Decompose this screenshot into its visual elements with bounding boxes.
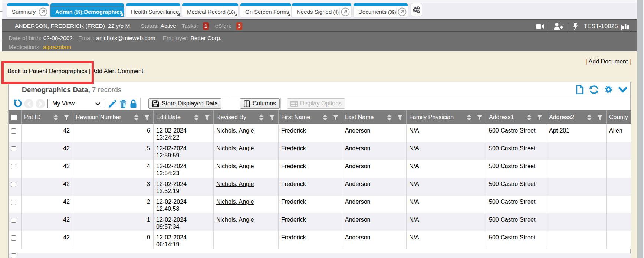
revised-by-link[interactable]: Nichols, Angie <box>216 216 254 223</box>
pencil-icon[interactable] <box>108 99 117 108</box>
lock-icon[interactable] <box>130 99 137 108</box>
row-checkbox[interactable] <box>11 146 16 151</box>
record-count: 7 records <box>92 86 121 94</box>
filter-funnel-icon[interactable] <box>537 115 546 120</box>
left-frame-edge <box>0 0 2 51</box>
filter-funnel-icon[interactable] <box>333 115 342 120</box>
tab-admin[interactable]: Admin (19):Demographics <box>50 3 124 17</box>
add-alert-comment-link[interactable]: Add Alert Comment <box>92 68 143 74</box>
filter-funnel-icon[interactable] <box>204 115 213 120</box>
esign-count-badge[interactable]: 3 <box>236 22 242 30</box>
revised-by-link[interactable]: Nichols, Angie <box>216 199 254 205</box>
tab-documents[interactable]: Documents (39) <box>354 3 408 17</box>
tab-health-surveillance[interactable]: Health Surveillance <box>126 3 180 17</box>
row-checkbox[interactable] <box>11 235 16 241</box>
column-header-address2[interactable]: Address2 <box>546 110 606 124</box>
filter-funnel-icon[interactable] <box>597 115 606 120</box>
filter-funnel-icon[interactable] <box>477 115 486 120</box>
revised-by-link[interactable]: Nichols, Angie <box>216 163 254 169</box>
sort-icon[interactable] <box>53 114 63 121</box>
refresh-icon[interactable] <box>589 85 599 94</box>
bar-chart-icon[interactable] <box>621 23 631 30</box>
cell-county <box>606 160 631 178</box>
column-header-county[interactable]: County <box>606 110 631 124</box>
tab-medical-record[interactable]: Medical Record (16) <box>182 3 238 17</box>
sort-icon[interactable] <box>322 114 333 121</box>
sort-icon[interactable] <box>194 114 204 121</box>
new-document-icon[interactable] <box>576 85 584 94</box>
tab-summary[interactable]: Summary <box>7 3 49 17</box>
chevron-right-icon[interactable] <box>36 99 45 108</box>
sort-icon[interactable] <box>526 114 537 121</box>
cell-checkbox <box>9 142 21 160</box>
toolbar-divider <box>140 98 141 110</box>
tasks-count-badge[interactable]: 1 <box>203 22 209 30</box>
trash-icon[interactable] <box>119 99 127 108</box>
medications-value[interactable]: alprazolam <box>43 44 71 50</box>
column-header-family_physician[interactable]: Family Physician <box>406 110 486 124</box>
sort-icon[interactable] <box>134 114 144 121</box>
sort-icon[interactable] <box>466 114 477 121</box>
tab-on-screen-forms[interactable]: On Screen Forms <box>240 3 291 17</box>
popout-icon[interactable] <box>39 7 47 16</box>
view-select[interactable]: My View <box>47 99 104 108</box>
vertical-scrollbar[interactable] <box>637 0 644 258</box>
undo-icon[interactable] <box>13 99 22 108</box>
dob-label: Date of birth: <box>9 35 42 42</box>
scrollbar-thumb[interactable] <box>637 0 643 258</box>
row-checkbox[interactable] <box>11 200 16 205</box>
column-header-pat_id[interactable]: Pat ID <box>21 110 73 124</box>
store-displayed-data-button[interactable]: Store Displayed Data <box>148 98 221 109</box>
popout-icon[interactable] <box>341 7 350 16</box>
panel-icon-group <box>576 85 627 94</box>
tab-settings-button[interactable] <box>411 3 422 16</box>
row-checkbox[interactable] <box>11 218 16 223</box>
cell-edit_date: 12-02-202412:52:19 <box>153 178 213 196</box>
filter-funnel-icon[interactable] <box>144 115 153 120</box>
filter-funnel-icon[interactable] <box>63 115 73 120</box>
video-camera-icon[interactable] <box>536 23 544 30</box>
revised-by-link[interactable]: Nichols, Angie <box>216 181 254 187</box>
add-document-link[interactable]: Add Document <box>589 58 628 65</box>
column-header-last_name[interactable]: Last Name <box>342 110 406 124</box>
row-checkbox[interactable] <box>11 128 16 134</box>
edit-time: 12:40:58 <box>156 205 210 212</box>
table-header: Pat IDRevision NumberEdit DateRevised By… <box>9 110 631 124</box>
row-checkbox[interactable] <box>11 182 16 187</box>
cell-revised_by: Nichols, Angie <box>213 213 278 231</box>
lightning-bolt-icon[interactable] <box>573 23 578 30</box>
cell-address1: 500 Castro Street <box>486 178 546 196</box>
select-all-checkbox[interactable] <box>11 115 17 120</box>
edit-time: 13:24:22 <box>156 134 210 141</box>
table-row-2: 42512-02-202412:59:59Nichols, AngieFrede… <box>9 142 631 160</box>
sort-icon[interactable] <box>387 114 397 121</box>
filter-funnel-icon[interactable] <box>269 115 278 120</box>
cell-county <box>606 231 631 249</box>
cell-first_name: Frederick <box>278 178 342 196</box>
tab-label: Documents (39) <box>354 9 396 15</box>
column-header-address1[interactable]: Address1 <box>486 110 546 124</box>
tab-needs-signed[interactable]: Needs Signed (4) <box>292 3 351 17</box>
cell-revised_by: Nichols, Angie <box>213 142 278 160</box>
popout-icon[interactable] <box>398 7 407 16</box>
add-user-icon[interactable] <box>553 23 564 30</box>
column-header-revised_by[interactable]: Revised By <box>213 110 278 124</box>
patient-age-sex: 22 y/o M <box>108 23 130 29</box>
column-header-edit_date[interactable]: Edit Date <box>153 110 213 124</box>
columns-button[interactable]: Columns <box>240 98 280 109</box>
revised-by-link[interactable]: Nichols, Angie <box>216 127 254 134</box>
column-header-first_name[interactable]: First Name <box>278 110 342 124</box>
edit-date: 12-02-2024 <box>156 180 210 187</box>
gear-icon[interactable] <box>604 85 613 94</box>
column-header-revision[interactable]: Revision Number <box>73 110 153 124</box>
footer-select-all-checkbox[interactable] <box>11 253 16 258</box>
table-row-1: 42612-02-202413:24:22Nichols, AngieFrede… <box>9 124 631 142</box>
revised-by-link[interactable]: Nichols, Angie <box>216 145 254 151</box>
chevron-left-icon[interactable] <box>24 99 33 108</box>
cell-pat_id: 42 <box>21 160 73 178</box>
row-checkbox[interactable] <box>11 164 16 169</box>
filter-funnel-icon[interactable] <box>397 115 406 120</box>
chevron-down-icon[interactable] <box>618 85 627 94</box>
sort-icon[interactable] <box>259 114 269 121</box>
sort-icon[interactable] <box>586 114 597 121</box>
